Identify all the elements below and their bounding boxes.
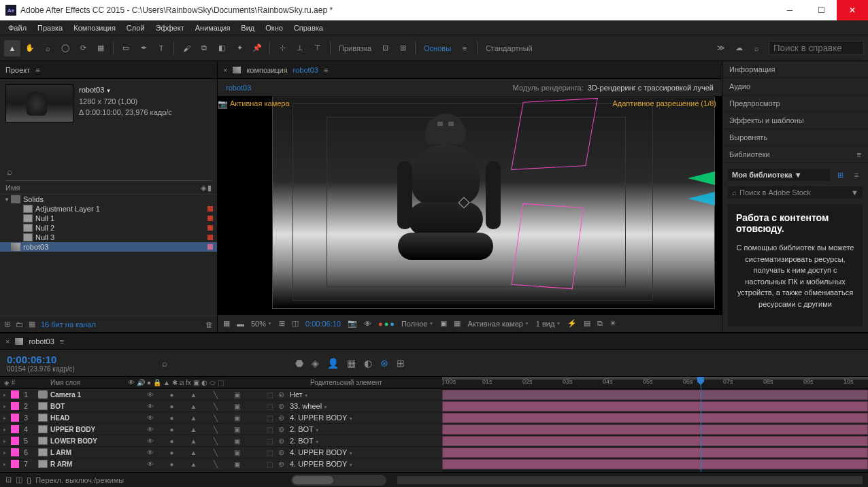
- parent-column-header[interactable]: Родительский элемент: [256, 379, 384, 386]
- switch-mode-label[interactable]: Перекл. выключ./режимы: [35, 476, 124, 484]
- track-row[interactable]: [442, 458, 868, 470]
- layer-bar[interactable]: [442, 436, 868, 446]
- tab-menu-icon[interactable]: ≡: [60, 337, 64, 346]
- layer-row[interactable]: ▸ 2 BOT 👁● ▲╲ ▣⬚ ⊚ 33. wheel: [0, 401, 442, 412]
- toggle-mask-icon[interactable]: ◫: [292, 319, 299, 328]
- toggle-in-out-icon[interactable]: {}: [27, 476, 31, 484]
- minimize-button[interactable]: ─: [774, 0, 805, 20]
- puppet-tool[interactable]: 📌: [249, 40, 265, 56]
- zoom-slider[interactable]: [291, 475, 386, 486]
- layer-row[interactable]: ▸ 7 R ARM 👁● ▲╲ ▣⬚ ⊚ 4. UPPER BODY: [0, 458, 442, 470]
- close-tab-icon[interactable]: ×: [223, 66, 227, 74]
- graph-editor-icon[interactable]: ⊛: [380, 358, 388, 369]
- list-view-icon[interactable]: ≡: [850, 169, 863, 181]
- camera-view-icon[interactable]: 📷: [218, 99, 228, 109]
- timeline-search[interactable]: [156, 358, 173, 369]
- grid-view-icon[interactable]: ⊞: [834, 169, 846, 181]
- menu-Справка[interactable]: Справка: [288, 22, 329, 33]
- rotate-tool[interactable]: ⟳: [75, 40, 91, 56]
- orbit-tool[interactable]: ◯: [57, 40, 73, 56]
- layer-row[interactable]: ▸ 6 L ARM 👁● ▲╲ ▣⬚ ⊚ 4. UPPER BODY: [0, 447, 442, 458]
- layer-bar[interactable]: [442, 459, 868, 469]
- pen-tool[interactable]: ✒: [135, 40, 152, 56]
- close-button[interactable]: ✕: [837, 0, 868, 20]
- axis-world-icon[interactable]: ⊥: [292, 40, 308, 56]
- view-dropdown[interactable]: Активная камер: [467, 320, 529, 328]
- project-item[interactable]: robot03: [0, 242, 217, 252]
- quality-dropdown[interactable]: Полное: [401, 320, 433, 328]
- panel-Выровнять[interactable]: Выровнять: [722, 129, 868, 146]
- view-label[interactable]: Активная камера: [230, 99, 290, 107]
- menu-Эффект[interactable]: Эффект: [150, 22, 190, 33]
- grid-icon[interactable]: ⊞: [279, 319, 285, 328]
- toggle-modes-icon[interactable]: ◫: [16, 475, 22, 484]
- renderer-dropdown[interactable]: 3D-рендеринг с трассировкой лучей: [588, 84, 714, 92]
- hand-tool[interactable]: ✋: [22, 40, 38, 56]
- 3d-layer-outline[interactable]: [511, 98, 598, 170]
- layer-bar[interactable]: [442, 413, 868, 423]
- new-folder-icon[interactable]: 🗀: [16, 320, 23, 329]
- transparency-icon[interactable]: ▦: [454, 319, 461, 328]
- name-column[interactable]: Имя: [5, 184, 201, 192]
- track-row[interactable]: [442, 401, 868, 412]
- sync-icon[interactable]: ☁: [731, 40, 747, 56]
- axis-view-icon[interactable]: ⊤: [310, 40, 326, 56]
- eraser-tool[interactable]: ◧: [214, 40, 230, 56]
- layer-row[interactable]: ▸ 1 Camera 1 👁● ▲╲ ▣⬚ ⊚ Нет: [0, 389, 442, 401]
- workspace-dropdown[interactable]: Стандартный: [482, 44, 537, 52]
- layer-row[interactable]: ▸ 5 LOWER BODY 👁● ▲╲ ▣⬚ ⊚ 2. BOT: [0, 435, 442, 447]
- text-tool[interactable]: T: [153, 40, 169, 56]
- shy-icon[interactable]: 👤: [327, 358, 339, 369]
- roi-icon[interactable]: ▣: [440, 319, 447, 328]
- menu-Правка[interactable]: Правка: [32, 22, 68, 33]
- mask-icon[interactable]: ▬: [237, 320, 244, 328]
- view-count-dropdown[interactable]: 1 вид: [536, 320, 561, 328]
- always-preview-icon[interactable]: ▦: [223, 319, 230, 328]
- selection-tool[interactable]: ▲: [4, 40, 20, 56]
- snap-toggle-icon[interactable]: ⊡: [377, 40, 393, 56]
- panel-Аудио[interactable]: Аудио: [722, 78, 868, 95]
- menu-Окно[interactable]: Окно: [260, 22, 288, 33]
- close-tab-icon[interactable]: ×: [5, 337, 10, 346]
- playhead[interactable]: [701, 377, 701, 472]
- zoom-tool[interactable]: ⌕: [39, 40, 56, 56]
- track-row[interactable]: [442, 424, 868, 435]
- fast-preview-icon[interactable]: ⚡: [567, 319, 577, 328]
- motion-blur-icon[interactable]: ◐: [364, 358, 372, 369]
- library-dropdown[interactable]: Моя библиотека ▼: [728, 169, 830, 181]
- timeline-tracks[interactable]: ):00s01s02s03s04s05s06s07s08s09s10s: [442, 377, 868, 472]
- layer-bar[interactable]: [442, 424, 868, 435]
- current-time[interactable]: 0:00:06:10: [305, 320, 341, 328]
- interpret-footage-icon[interactable]: ⊞: [4, 320, 10, 329]
- panel-menu-icon[interactable]: ≡: [857, 150, 861, 158]
- type-column-icon[interactable]: ▮: [207, 184, 212, 192]
- brainstorm-icon[interactable]: ⊞: [397, 358, 405, 369]
- essentials-link[interactable]: Основы: [420, 44, 455, 52]
- zoom-dropdown[interactable]: 50%: [251, 320, 272, 328]
- layer-row[interactable]: ▸ 4 UPPER BODY 👁● ▲╲ ▣⬚ ⊚ 2. BOT: [0, 424, 442, 435]
- layer-bar[interactable]: [442, 448, 868, 458]
- project-item[interactable]: ▼Solids: [0, 195, 217, 204]
- menu-Композиция[interactable]: Композиция: [68, 22, 121, 33]
- frames-display[interactable]: 00154 (23.976 кадр/с): [7, 365, 150, 373]
- roto-tool[interactable]: ✦: [231, 40, 248, 56]
- name-column-header[interactable]: Имя слоя: [22, 379, 127, 386]
- stock-search[interactable]: ⌕ Поиск в Adobe Stock ▼: [728, 186, 863, 199]
- timeline-ruler[interactable]: ):00s01s02s03s04s05s06s07s08s09s10s: [442, 377, 868, 389]
- chevron-down-icon[interactable]: ▼: [851, 188, 858, 197]
- panel-menu-icon[interactable]: ≡: [35, 66, 39, 74]
- brush-tool[interactable]: 🖌: [178, 40, 195, 56]
- bpc-toggle[interactable]: 16 бит на канал: [41, 320, 96, 329]
- flowchart-comp-link[interactable]: robot03: [226, 84, 251, 92]
- project-item[interactable]: Null 2: [0, 223, 217, 233]
- track-row[interactable]: [442, 412, 868, 424]
- layer-row[interactable]: ▸ 3 HEAD 👁● ▲╲ ▣⬚ ⊚ 4. UPPER BODY: [0, 412, 442, 424]
- flowchart-icon[interactable]: ⧉: [597, 319, 603, 328]
- libraries-panel-header[interactable]: Библиотеки≡: [722, 146, 868, 163]
- track-row[interactable]: [442, 447, 868, 458]
- tab-menu-icon[interactable]: ≡: [324, 66, 328, 74]
- maximize-button[interactable]: ☐: [805, 0, 837, 20]
- show-snapshot-icon[interactable]: 👁: [364, 320, 371, 328]
- toggle-switches-icon[interactable]: ⊡: [5, 475, 12, 484]
- layer-bar[interactable]: [442, 401, 868, 412]
